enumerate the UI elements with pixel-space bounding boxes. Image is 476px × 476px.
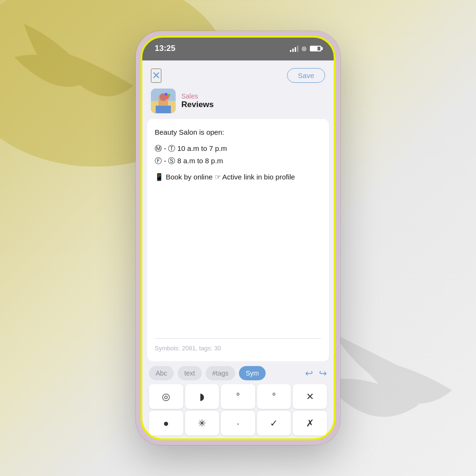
tab-buttons: Abc text #tags Sym — [149, 366, 266, 380]
status-icons: ⊛ — [290, 45, 321, 52]
key-circle-filled[interactable]: ● — [149, 411, 183, 436]
post-line-2: Ⓜ - Ⓣ 10 a.m to 7 p.m — [155, 143, 321, 154]
phone-shell: 13:25 ⊛ ✕ — [136, 31, 340, 445]
key-x-mark[interactable]: ✕ — [293, 384, 327, 409]
symbol-keyboard: ◎ ◗ ° ° ✕ ● ✳ · ✓ ✗ — [149, 384, 327, 436]
post-line-3: Ⓕ - Ⓢ 8 a.m to 8 p.m — [155, 155, 321, 167]
post-line-4: 📱 Book by online ☞ Active link in bio pr… — [155, 171, 321, 183]
profile-info: Sales Reviews — [181, 92, 214, 109]
phone-screen: 13:25 ⊛ ✕ — [141, 37, 335, 439]
keyboard-row-1: ◎ ◗ ° ° ✕ — [149, 384, 327, 409]
history-buttons: ↩ ↪ — [305, 367, 327, 379]
profile-category: Sales — [181, 92, 214, 100]
close-button[interactable]: ✕ — [151, 69, 161, 83]
phone-screen-wrapper: 13:25 ⊛ ✕ — [141, 37, 335, 439]
tab-tags[interactable]: #tags — [206, 366, 235, 380]
key-degree-2[interactable]: ° — [257, 384, 291, 409]
tab-text[interactable]: text — [178, 366, 202, 380]
divider — [155, 338, 321, 339]
signal-icon — [290, 45, 298, 52]
status-time: 13:25 — [155, 44, 175, 53]
text-editor[interactable]: Beauty Salon is open: Ⓜ - Ⓣ 10 a.m to 7 … — [147, 119, 329, 361]
post-line-1: Beauty Salon is open: — [155, 127, 321, 138]
tab-row: Abc text #tags Sym ↩ ↪ — [149, 366, 327, 380]
svg-point-7 — [168, 94, 170, 97]
nav-bar: ✕ Save — [141, 60, 335, 89]
key-asterisk-ornament[interactable]: ✳ — [185, 411, 219, 436]
symbols-count: Symbols: 2081, tags: 30 — [155, 343, 321, 354]
svg-rect-5 — [156, 106, 171, 113]
key-cross-mark[interactable]: ✗ — [293, 411, 327, 436]
key-degree-1[interactable]: ° — [221, 384, 255, 409]
key-middle-dot[interactable]: · — [221, 411, 255, 436]
key-half-circle[interactable]: ◗ — [185, 384, 219, 409]
profile-name: Reviews — [181, 100, 214, 109]
app-content: ✕ Save — [141, 60, 335, 439]
wifi-icon: ⊛ — [301, 45, 307, 52]
post-content: Beauty Salon is open: Ⓜ - Ⓣ 10 a.m to 7 … — [155, 127, 321, 335]
undo-button[interactable]: ↩ — [305, 367, 313, 379]
key-checkmark[interactable]: ✓ — [257, 411, 291, 436]
avatar-image — [151, 89, 176, 113]
bottom-toolbar: Abc text #tags Sym ↩ ↪ — [141, 361, 335, 439]
save-button[interactable]: Save — [287, 68, 325, 83]
status-bar: 13:25 ⊛ — [141, 37, 335, 60]
profile-row: Sales Reviews — [141, 89, 335, 119]
tab-abc[interactable]: Abc — [149, 366, 174, 380]
key-bullseye[interactable]: ◎ — [149, 384, 183, 409]
tab-sym[interactable]: Sym — [239, 366, 266, 380]
keyboard-row-2: ● ✳ · ✓ ✗ — [149, 411, 327, 436]
svg-point-8 — [165, 93, 168, 96]
avatar — [151, 89, 176, 113]
battery-icon — [310, 46, 321, 51]
redo-button[interactable]: ↪ — [319, 367, 327, 379]
